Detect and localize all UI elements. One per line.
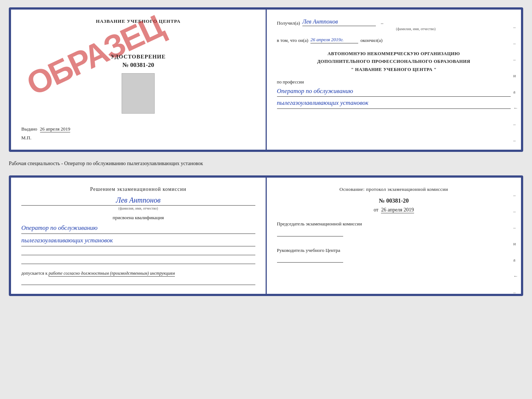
- profession-line2: пылегазоулавливающих установок: [277, 98, 511, 109]
- fio-hint-top: (фамилия, имя, отчество): [321, 27, 511, 31]
- org-line3: " НАЗВАНИЕ УЧЕБНОГО ЦЕНТРА ": [277, 66, 511, 74]
- top-doc-right: Получил(а) Лев Антпонов – (фамилия, имя,…: [267, 10, 521, 150]
- udostoverenie-label: УДОСТОВЕРЕНИЕ: [21, 54, 255, 60]
- udostoverenie-num: № 00381-20: [21, 61, 255, 69]
- dopuskaetsya-label: допускается к: [21, 271, 47, 276]
- top-doc-left: НАЗВАНИЕ УЧЕБНОГО ЦЕНТРА ОБРАЗЕЦ УДОСТОВ…: [11, 10, 267, 150]
- kvalf-line1: Оператор по обслуживанию: [21, 223, 255, 234]
- vydano-line: Выдано 26 апреля 2019: [21, 126, 255, 132]
- fio-hint-bottom: (фамилия, имя, отчество): [21, 206, 255, 210]
- org-line2: ДОПОЛНИТЕЛЬНОГО ПРОФЕССИОНАЛЬНОГО ОБРАЗО…: [277, 58, 511, 65]
- sig-blank3: [21, 279, 255, 285]
- vydano-label: Выдано: [21, 126, 37, 132]
- ot-label: от: [374, 207, 378, 213]
- top-left-title: НАЗВАНИЕ УЧЕБНОГО ЦЕНТРА: [21, 18, 255, 24]
- org-line1: АВТОНОМНУЮ НЕКОММЕРЧЕСКУЮ ОРГАНИЗАЦИЮ: [277, 50, 511, 58]
- vtom-label: в том, что он(а): [277, 38, 309, 43]
- udostoverenie-box: УДОСТОВЕРЕНИЕ № 00381-20: [21, 54, 255, 115]
- dash-after-name: –: [381, 20, 384, 26]
- kvalf-line2: пылегазоулавливающих установок: [21, 235, 255, 246]
- dopusk-text: работе согласно должностным (производств…: [48, 271, 175, 277]
- prof-label: по профессии: [277, 79, 511, 85]
- bottom-document: Решением экзаменационной комиссии Лев Ан…: [9, 175, 523, 296]
- dopuskaetsya-block: допускается к работе согласно должностны…: [21, 271, 255, 276]
- vtom-date: 26 апреля 2019г.: [310, 37, 358, 43]
- rukovoditel-sig: [277, 257, 343, 263]
- sig-blank2: [21, 258, 255, 264]
- recipient-name: Лев Антпонов: [302, 18, 376, 26]
- bottom-right-dashes: – – – и а ← – – – –: [513, 192, 518, 296]
- resheniem-label: Решением экзаменационной комиссии: [21, 186, 255, 192]
- poluchil-label: Получил(а): [277, 20, 300, 26]
- top-document: НАЗВАНИЕ УЧЕБНОГО ЦЕНТРА ОБРАЗЕЦ УДОСТОВ…: [9, 7, 523, 152]
- rukovoditel-label: Руководитель учебного Центра: [277, 247, 511, 254]
- profession-line1: Оператор по обслуживанию: [277, 86, 511, 97]
- okonchil-label: окончил(а): [360, 38, 382, 43]
- predsedatel-sig: [277, 231, 343, 236]
- ot-date: 26 апреля 2019: [381, 207, 414, 213]
- osnovanie-label: Основание: протокол экзаменационной коми…: [277, 186, 511, 192]
- mp-line: М.П.: [21, 135, 255, 141]
- photo-placeholder: [122, 73, 155, 114]
- bottom-doc-right: Основание: протокол экзаменационной коми…: [267, 178, 521, 294]
- sig-blank1: [21, 249, 255, 255]
- recipient-row: Получил(а) Лев Антпонов –: [277, 18, 511, 26]
- bottom-doc-left: Решением экзаменационной комиссии Лев Ан…: [11, 178, 267, 294]
- middle-text: Рабочая специальность - Оператор по обсл…: [9, 158, 523, 170]
- prot-num: № 00381-20: [277, 197, 511, 204]
- vtom-line: в том, что он(а) 26 апреля 2019г. окончи…: [277, 37, 511, 43]
- page-wrapper: НАЗВАНИЕ УЧЕБНОГО ЦЕНТРА ОБРАЗЕЦ УДОСТОВ…: [9, 7, 523, 296]
- bottom-person-name: Лев Антпонов: [21, 196, 255, 206]
- vydano-date: 26 апреля 2019: [40, 126, 71, 132]
- org-block: АВТОНОМНУЮ НЕКОММЕРЧЕСКУЮ ОРГАНИЗАЦИЮ ДО…: [277, 50, 511, 74]
- right-dashes: – – – и а ← – – – –: [513, 24, 518, 152]
- ot-date-block: от 26 апреля 2019: [277, 207, 511, 213]
- prisvoyena-label: присвоена квалификация: [21, 215, 255, 221]
- predsedatel-label: Председатель экзаменационной комиссии: [277, 220, 511, 228]
